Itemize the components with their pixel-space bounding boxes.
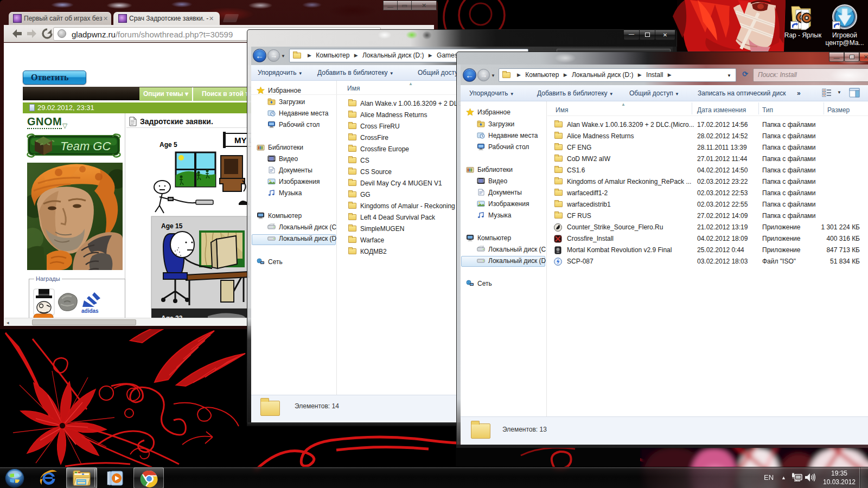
svg-text:Age 15: Age 15 (161, 222, 183, 230)
svg-text:Team GC: Team GC (60, 139, 111, 153)
svg-text:adidas: adidas (81, 308, 99, 314)
svg-text:Age 5: Age 5 (159, 141, 177, 149)
